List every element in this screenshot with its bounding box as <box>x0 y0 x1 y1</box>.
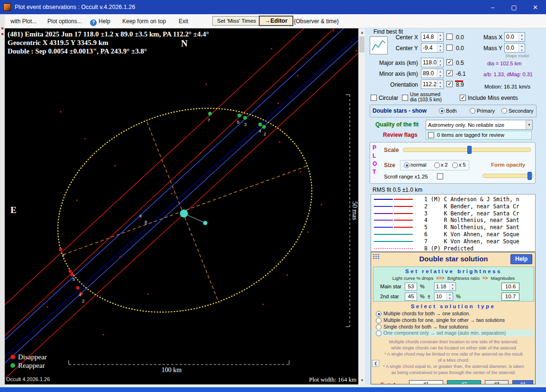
use-assumed-checkbox[interactable] <box>402 95 408 101</box>
tab-1[interactable]: #1 <box>409 380 443 384</box>
solution-option4-radio[interactable] <box>376 330 382 336</box>
observation-row[interactable]: 7 K Von Ahnen, near Soque <box>371 238 535 245</box>
minor-axis-fit-checkbox[interactable] <box>446 70 453 76</box>
observation-row[interactable]: 5 R Nolthenius, near Sant <box>371 224 535 231</box>
observation-text: 1 (M) C Anderson & J Smith, n <box>424 196 519 203</box>
second-star-magnitude[interactable]: 10.7 <box>501 293 519 301</box>
circular-checkbox[interactable] <box>371 95 377 101</box>
major-axis-spinner[interactable]: 118.0 <box>421 58 444 67</box>
size-x5-radio[interactable] <box>452 162 458 168</box>
menu-keep-on-top[interactable]: Keep form on top <box>122 18 166 25</box>
form-opacity-slider-thumb[interactable] <box>528 172 532 180</box>
observation-row[interactable]: 6 K Von Ahnen, near Soque <box>371 231 535 238</box>
size-x2-radio[interactable] <box>434 162 440 168</box>
mass-y-spinner[interactable]: 0.0 <box>504 43 525 53</box>
solution-option2-radio[interactable] <box>376 318 382 323</box>
scrollbar-thumb[interactable] <box>359 36 364 53</box>
scale-label: Scale <box>384 147 399 153</box>
mass-x-label: Mass X <box>483 34 502 41</box>
observation-row[interactable]: 4 R Nolthenius, near Sant <box>371 217 535 223</box>
size-normal-radio[interactable] <box>404 162 410 168</box>
observer-time-label[interactable]: {Observer & time} <box>294 18 339 25</box>
chord-color-line <box>394 199 413 200</box>
orientation-fit-checkbox[interactable] <box>446 81 453 87</box>
quality-label: Quality of the fit <box>375 121 419 128</box>
dss-help-button[interactable]: Help <box>510 254 532 264</box>
main-star-percent-input[interactable]: 53 <box>405 283 417 291</box>
main-star-magnitude[interactable]: 10.6 <box>501 283 519 291</box>
solution-option4-label: One component only → set mags (auto min.… <box>383 330 506 336</box>
solution-option1-radio[interactable] <box>376 311 382 317</box>
double-stars-secondary-label: Secondary <box>509 108 534 114</box>
observation-row[interactable]: 2 K Bender, near Santa Cr <box>371 203 535 210</box>
scroll-up-arrow[interactable]: ▲ <box>359 29 365 36</box>
plot-vertical-letter: P <box>373 144 376 151</box>
chord-label: 7 <box>208 117 210 123</box>
scroll-range-checkbox[interactable] <box>437 173 443 179</box>
observation-text: 3 K Bender, near Santa Cr <box>424 210 519 217</box>
window-controls: – ▢ ✕ <box>482 0 546 14</box>
taskbar-strip <box>0 387 546 392</box>
center-y-fit-checkbox[interactable] <box>446 45 453 51</box>
mass-x-spinner[interactable]: 0.0 <box>504 32 525 42</box>
double-stars-secondary-radio[interactable] <box>501 108 507 114</box>
percent-sign: % <box>420 284 425 289</box>
plot-vertical-scrollbar[interactable]: ▲ ▼ <box>358 28 365 384</box>
close-button[interactable]: ✕ <box>525 0 546 14</box>
scale-slider-thumb[interactable] <box>467 146 472 154</box>
menu-with-plot[interactable]: with Plot... <box>10 18 36 25</box>
north-label: N <box>181 38 188 48</box>
minor-axis-spinner[interactable]: 89.0 <box>421 69 444 78</box>
plot-svg: 7 5 3 4 2 7 5 4 2 * 8 <box>5 28 358 384</box>
review-flags-checkbox[interactable] <box>428 132 434 138</box>
center-y-spinner[interactable]: -9.4 <box>421 43 444 53</box>
tab-3[interactable]: #3 <box>485 380 509 384</box>
double-stars-primary-radio[interactable] <box>470 108 475 114</box>
review-flags-box: 0 items are tagged for review <box>426 131 532 140</box>
double-stars-both-radio[interactable] <box>439 108 445 114</box>
quality-dropdown[interactable]: Astrometry only. No reliable size <box>426 120 533 130</box>
occultation-plot[interactable]: 7 5 3 4 2 7 5 4 2 * 8 <box>5 28 358 384</box>
scale-slider[interactable] <box>403 148 531 152</box>
observation-row[interactable]: 1 (M) C Anderson & J Smith, n <box>371 196 535 203</box>
set-miss-times-button[interactable]: Set 'Miss' Times <box>212 16 261 26</box>
major-axis-label: Major axis (km) <box>373 60 418 66</box>
plot-title-line1: (481) Emita 2025 Jun 17 118.0 ±1.2 x 89.… <box>8 30 209 38</box>
editor-button[interactable]: →Editor <box>259 16 293 26</box>
brightness-ratio-spinner[interactable]: 1.18 <box>434 282 456 291</box>
scroll-down-arrow[interactable]: ▼ <box>359 377 365 384</box>
menu-help[interactable]: ?Help <box>90 18 110 26</box>
orientation-spinner[interactable]: 112.2 <box>421 80 444 89</box>
observation-text: 6 K Von Ahnen, near Soque <box>424 231 519 238</box>
observation-row[interactable]: 8 (P) Predicted <box>371 245 535 252</box>
tolerance-spinner[interactable]: 10 <box>434 292 453 301</box>
major-axis-fit-checkbox[interactable] <box>446 59 453 65</box>
predicted-label: 8 <box>145 220 147 225</box>
double-star-marker <box>180 210 208 225</box>
observation-list[interactable]: 1 (M) C Anderson & J Smith, n 2 K Bender… <box>371 194 536 252</box>
form-opacity-slider[interactable] <box>482 174 534 178</box>
percent-sign: % <box>456 294 461 299</box>
plot-width-label: Plot width: 164 km <box>309 376 356 383</box>
menu-exit[interactable]: Exit <box>179 18 188 25</box>
maximize-button[interactable]: ▢ <box>503 0 525 14</box>
scroll-left-arrow[interactable]: ❮ <box>372 360 379 367</box>
chord-color-line <box>394 220 413 221</box>
center-x-fit-checkbox[interactable] <box>446 34 453 40</box>
center-x-spinner[interactable]: 14.8 <box>421 32 444 42</box>
solution-option3-label: Single chords for both → four solutions <box>383 324 468 330</box>
window-title: Plot event observations : Occult v.4.202… <box>15 4 135 10</box>
tab-4[interactable]: #4 <box>512 380 533 384</box>
include-miss-checkbox[interactable] <box>460 95 466 101</box>
left-edge-strip <box>0 14 5 387</box>
menu-plot-options[interactable]: Plot options... <box>47 18 82 25</box>
minor-axis-aux: -6.1 <box>456 71 466 77</box>
minimize-button[interactable]: – <box>482 0 503 14</box>
chord-lines <box>5 28 358 379</box>
tab-2[interactable]: #2 <box>447 380 481 384</box>
scroll-range-label: Scroll range x1.25 <box>384 174 428 179</box>
minor-axis-label: Minor axis (km) <box>373 71 418 77</box>
plot-vertical-letter: T <box>373 169 376 175</box>
observation-row[interactable]: 3 K Bender, near Santa Cr <box>371 210 535 217</box>
second-star-percent-input[interactable]: 45 <box>405 293 417 301</box>
